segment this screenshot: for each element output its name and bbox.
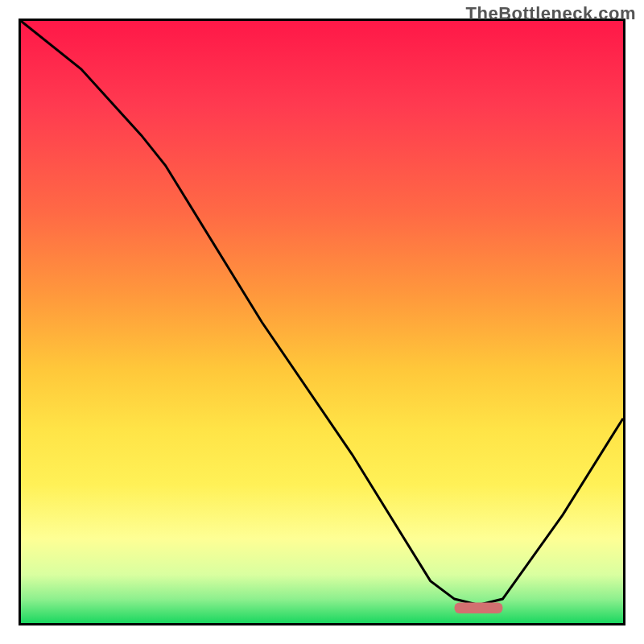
watermark-text: TheBottleneck.com [466,3,636,24]
optimal-range-marker [21,21,623,623]
svg-rect-0 [455,603,503,613]
chart-container: TheBottleneck.com [0,0,644,644]
plot-area [19,19,625,625]
